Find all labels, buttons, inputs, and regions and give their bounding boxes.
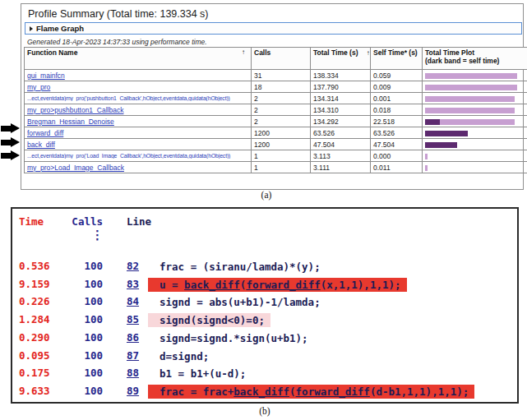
total-time-value: 137.790 [311,81,371,93]
function-link[interactable]: my_pro>pushbutton1_Callback [27,106,248,114]
arrow-head [11,150,20,160]
sort-ascending-icon[interactable]: ↑ [367,49,370,57]
function-name-cell: my_pro [25,81,252,93]
page-title: Profile Summary (Total time: 139.334 s) [28,8,209,20]
annotation-arrow [1,150,21,161]
column-header-calls[interactable]: Calls [252,48,311,70]
line-number-link[interactable]: 84 [127,295,139,307]
plot-cell [423,104,527,116]
column-header-total-time[interactable]: Total Time (s) ↑ [311,48,371,70]
table-row: ...ect,eventdata)my_pro('pushbutton1_Cal… [25,93,527,104]
plot-cell [423,150,527,162]
profile-table-body: gui_mainfcn31138.3340.059my_pro18137.790… [25,70,527,173]
flame-graph-toggle[interactable]: Flame Graph [25,22,522,35]
time-value: 1.284 [19,313,50,325]
code-line-row: 0.29010086signd=signd.*sign(u+b1); [12,331,517,348]
function-link[interactable]: my_pro>Load_Image_Callback [27,164,248,172]
total-time-value: 134.314 [311,93,371,104]
function-link[interactable]: forward_diff [27,129,248,137]
plot-header-line1: Total Time Plot [425,48,525,57]
column-header-function-name[interactable]: Function Name ↑ [25,48,252,70]
self-time-value: 0.000 [371,150,423,162]
column-header-label: Total Time (s) [313,48,358,57]
line-number-link[interactable]: 87 [127,349,139,362]
total-time-value: 47.504 [311,139,371,150]
table-header-row: Function Name ↑ Calls Total Time (s) ↑ S… [25,48,527,70]
function-link[interactable]: my_pro [27,83,248,91]
vertical-ellipsis: ⋮ [91,230,104,241]
code-line-row: 9.15910083u = back_diff(forward_diff(x,1… [12,278,517,294]
total-time-value: 134.292 [311,116,371,127]
plot-header-line2: (dark band = self time) [425,57,525,65]
self-time-band [425,131,468,136]
line-number-link[interactable]: 89 [127,385,139,397]
calls-value: 31 [252,70,311,81]
expand-arrow-icon [30,26,33,31]
calls-value: 100 [60,278,103,290]
calls-value: 2 [252,104,311,116]
total-time-bar [425,85,517,90]
self-time-value: 0.011 [371,162,423,173]
column-header-self-time[interactable]: Self Time* (s) [371,48,423,70]
profile-summary-panel: Profile Summary (Total time: 139.334 s) … [21,3,524,190]
caption-b: (b) [11,406,519,416]
time-value: 0.226 [19,295,50,307]
code-text: signd=signd.*sign(u+b1); [148,331,314,345]
calls-value: 1200 [252,139,311,150]
self-time-value: 0.009 [371,81,423,93]
plot-cell [423,116,527,127]
function-link[interactable]: back_diff [27,141,248,149]
total-time-bar [425,108,515,113]
time-value: 0.095 [19,349,50,362]
total-time-bar [425,142,457,148]
calls-value: 1200 [252,127,311,139]
profile-table: Function Name ↑ Calls Total Time (s) ↑ S… [24,47,527,173]
function-name-cell: Bregman_Hessian_Denoise [25,116,252,127]
code-line-row: 1.28410085signd(signd<0)=0; [12,313,517,330]
column-header-label: Function Name [27,48,77,57]
calls-value: 100 [60,367,103,379]
line-number-link[interactable]: 85 [127,313,139,325]
time-value: 9.159 [19,278,50,290]
code-function-link[interactable]: forward_diff [246,279,320,291]
line-number-link[interactable]: 86 [127,331,139,344]
code-line-row: 0.53610082frac = (siranu/lamda)*(y); [12,260,517,276]
function-link[interactable]: ...ect,eventdata)my_pro('pushbutton1_Cal… [27,95,248,101]
calls-value: 100 [60,313,103,325]
code-text: d=signd; [148,349,215,363]
function-name-cell: ...ect,eventdata)my_pro('Load_Image_Call… [25,150,252,162]
total-time-bar [425,96,515,102]
code-profile-panel: Time Calls Line ⋮ 0.53610082frac = (sira… [11,207,519,404]
table-row: my_pro18137.7900.009 [25,81,527,93]
function-link[interactable]: gui_mainfcn [27,72,248,80]
code-text: frac = frac+back_diff(forward_diff(d-b1,… [148,385,474,399]
arrow-shaft [1,153,11,159]
annotation-arrow [1,137,21,148]
sort-ascending-icon[interactable]: ↑ [242,48,245,56]
code-function-link[interactable]: back_diff [184,279,240,291]
function-link[interactable]: Bregman_Hessian_Denoise [27,118,248,126]
total-time-value: 3.111 [311,162,371,173]
calls-value: 1 [252,162,311,173]
line-number-link[interactable]: 82 [127,260,139,272]
function-link[interactable]: ...ect,eventdata)my_pro('Load_Image_Call… [27,153,248,159]
line-number-link[interactable]: 83 [127,278,139,290]
plot-cell [423,162,527,173]
time-value: 0.536 [19,260,50,272]
header-calls: Calls [60,215,103,228]
calls-value: 2 [252,93,311,104]
function-name-cell: my_pro>Load_Image_Callback [25,162,252,173]
total-time-bar [425,131,468,136]
caption-a: (a) [21,190,512,200]
total-time-value: 134.310 [311,104,371,116]
table-row: Bregman_Hessian_Denoise2134.29222.518 [25,116,527,127]
code-text: signd = abs(u+b1)-1/lamda; [148,295,326,309]
total-time-value: 63.526 [311,127,371,139]
line-number-link[interactable]: 88 [127,367,139,379]
annotation-arrow [1,123,21,134]
total-time-bar [425,73,517,79]
code-function-link[interactable]: back_diff [233,385,289,398]
function-name-cell: gui_mainfcn [25,70,252,81]
total-time-bar [425,165,428,171]
code-function-link[interactable]: forward_diff [296,385,370,398]
